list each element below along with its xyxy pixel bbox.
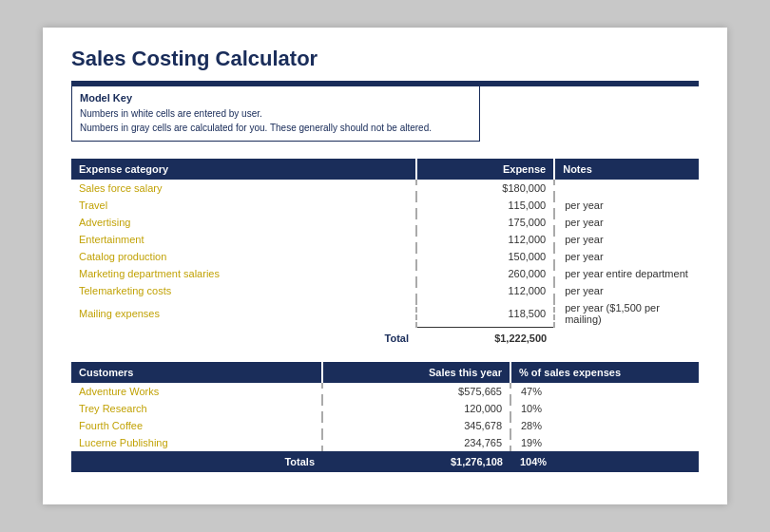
expense-category-3: Entertainment (71, 231, 416, 248)
expense-notes-4: per year (554, 248, 699, 265)
expense-row-4: Catalog production 150,000 per year (71, 248, 699, 265)
expense-category-5: Marketing department salaries (71, 265, 416, 282)
customer-percent-0: 47% (510, 383, 699, 400)
expense-amount-7: 118,500 (416, 299, 554, 328)
expense-category-4: Catalog production (71, 248, 416, 265)
expense-notes-3: per year (554, 231, 699, 248)
expense-notes-5: per year entire department (554, 265, 699, 282)
model-key-line1: Numbers in white cells are entered by us… (80, 106, 472, 121)
customer-percent-1: 10% (510, 400, 699, 417)
customer-totals-row: Totals $1,276,108 104% (71, 451, 699, 472)
expense-row-0: Sales force salary $180,000 (71, 180, 699, 197)
totals-percent: 104% (510, 451, 699, 472)
expense-category-7: Mailing expenses (71, 299, 416, 328)
model-key-box: Model Key Numbers in white cells are ent… (71, 86, 480, 142)
customer-sales-0: $575,665 (322, 383, 510, 400)
expense-notes-2: per year (554, 214, 699, 231)
expense-col-expense: Expense (416, 159, 554, 180)
expense-category-1: Travel (71, 197, 416, 214)
cust-col-customers: Customers (71, 362, 322, 383)
expense-row-3: Entertainment 112,000 per year (71, 231, 699, 248)
expense-amount-4: 150,000 (416, 248, 554, 265)
customer-sales-2: 345,678 (322, 417, 510, 434)
expense-row-1: Travel 115,000 per year (71, 197, 699, 214)
expense-amount-3: 112,000 (416, 231, 554, 248)
expense-col-notes: Notes (554, 159, 699, 180)
cust-col-sales: Sales this year (322, 362, 510, 383)
customer-sales-1: 120,000 (322, 400, 510, 417)
expense-notes-1: per year (554, 197, 699, 214)
model-key-section: Model Key Numbers in white cells are ent… (71, 81, 699, 142)
customer-name-0: Adventure Works (71, 383, 322, 400)
model-key-line2: Numbers in gray cells are calculated for… (80, 121, 472, 135)
totals-label: Totals (71, 451, 322, 472)
expense-amount-2: 175,000 (416, 214, 554, 231)
customer-percent-2: 28% (510, 417, 699, 434)
customer-table-container: Customers Sales this year % of sales exp… (71, 362, 699, 472)
expense-notes-0 (554, 180, 699, 197)
expense-notes-6: per year (554, 282, 699, 299)
model-key-label: Model Key (80, 92, 472, 104)
expense-col-category: Expense category (71, 159, 416, 180)
customer-row-3: Lucerne Publishing 234,765 19% (71, 434, 699, 451)
expense-row-5: Marketing department salaries 260,000 pe… (71, 265, 699, 282)
expense-category-0: Sales force salary (71, 180, 416, 197)
expense-amount-0: $180,000 (416, 180, 554, 197)
customer-name-2: Fourth Coffee (71, 417, 322, 434)
customer-row-1: Trey Research 120,000 10% (71, 400, 699, 417)
total-label: Total (71, 328, 416, 350)
customer-percent-3: 19% (510, 434, 699, 451)
expense-category-2: Advertising (71, 214, 416, 231)
customer-header-row: Customers Sales this year % of sales exp… (71, 362, 699, 383)
expense-total-row: Total $1,222,500 (71, 328, 699, 350)
customer-sales-3: 234,765 (322, 434, 510, 451)
expense-row-2: Advertising 175,000 per year (71, 214, 699, 231)
customer-name-3: Lucerne Publishing (71, 434, 322, 451)
customer-name-1: Trey Research (71, 400, 322, 417)
customer-row-2: Fourth Coffee 345,678 28% (71, 417, 699, 434)
customer-table: Customers Sales this year % of sales exp… (71, 362, 699, 472)
expense-amount-5: 260,000 (416, 265, 554, 282)
expense-notes-7: per year ($1,500 per mailing) (554, 299, 699, 328)
total-notes (554, 328, 699, 350)
expense-amount-6: 112,000 (416, 282, 554, 299)
expense-header-row: Expense category Expense Notes (71, 159, 699, 180)
expense-row-6: Telemarketing costs 112,000 per year (71, 282, 699, 299)
total-value: $1,222,500 (416, 328, 554, 350)
page-title: Sales Costing Calculator (71, 47, 699, 71)
page-container: Sales Costing Calculator Model Key Numbe… (43, 28, 727, 505)
cust-col-percent: % of sales expenses (510, 362, 699, 383)
expense-table-container: Expense category Expense Notes Sales for… (71, 159, 699, 350)
expense-amount-1: 115,000 (416, 197, 554, 214)
totals-value: $1,276,108 (322, 451, 510, 472)
customer-row-0: Adventure Works $575,665 47% (71, 383, 699, 400)
expense-table: Expense category Expense Notes Sales for… (71, 159, 699, 350)
expense-category-6: Telemarketing costs (71, 282, 416, 299)
expense-row-7: Mailing expenses 118,500 per year ($1,50… (71, 299, 699, 328)
